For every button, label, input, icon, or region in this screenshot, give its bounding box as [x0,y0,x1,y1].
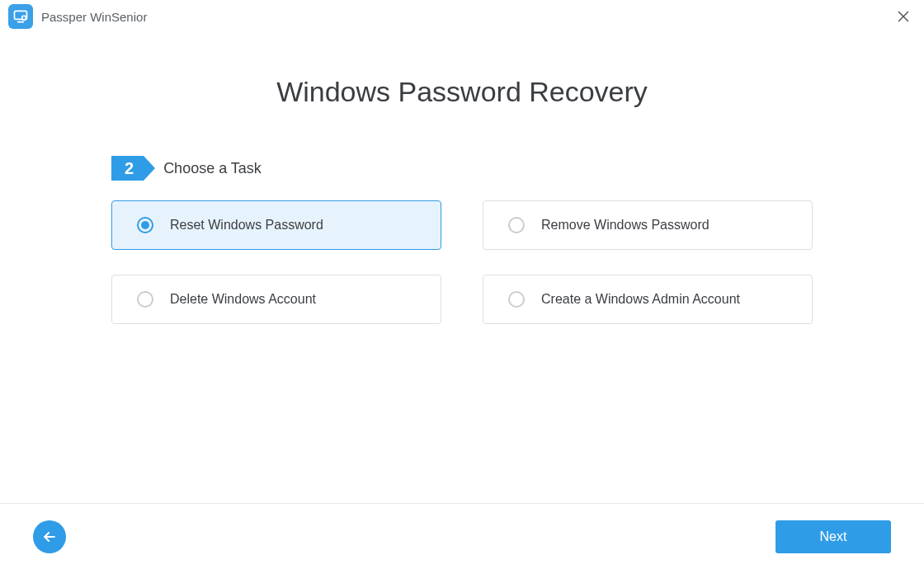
option-label: Reset Windows Password [170,218,323,233]
footer: Next [0,503,924,569]
app-title: Passper WinSenior [41,10,147,24]
next-button[interactable]: Next [776,520,891,553]
back-button[interactable] [33,520,66,553]
close-icon [898,11,909,22]
arrow-left-icon [41,529,58,545]
svg-rect-3 [23,17,26,19]
option-delete-account[interactable]: Delete Windows Account [111,275,441,324]
option-create-admin[interactable]: Create a Windows Admin Account [483,275,813,324]
task-options: Reset Windows Password Remove Windows Pa… [111,200,813,324]
radio-icon [137,291,153,308]
option-label: Delete Windows Account [170,292,316,307]
step-number-badge: 2 [111,156,144,181]
step-indicator: 2 Choose a Task [111,156,813,181]
radio-icon [508,291,525,308]
option-reset-password[interactable]: Reset Windows Password [111,200,441,250]
main-content: Windows Password Recovery 2 Choose a Tas… [0,33,924,324]
radio-icon [137,217,153,233]
step-label: Choose a Task [163,160,262,177]
app-icon [8,4,33,29]
option-label: Remove Windows Password [541,218,710,233]
page-title: Windows Password Recovery [276,76,648,108]
radio-icon [508,217,525,233]
option-remove-password[interactable]: Remove Windows Password [483,200,813,250]
monitor-lock-icon [12,8,29,25]
option-label: Create a Windows Admin Account [541,292,740,307]
close-button[interactable] [891,4,916,29]
titlebar: Passper WinSenior [0,0,924,33]
